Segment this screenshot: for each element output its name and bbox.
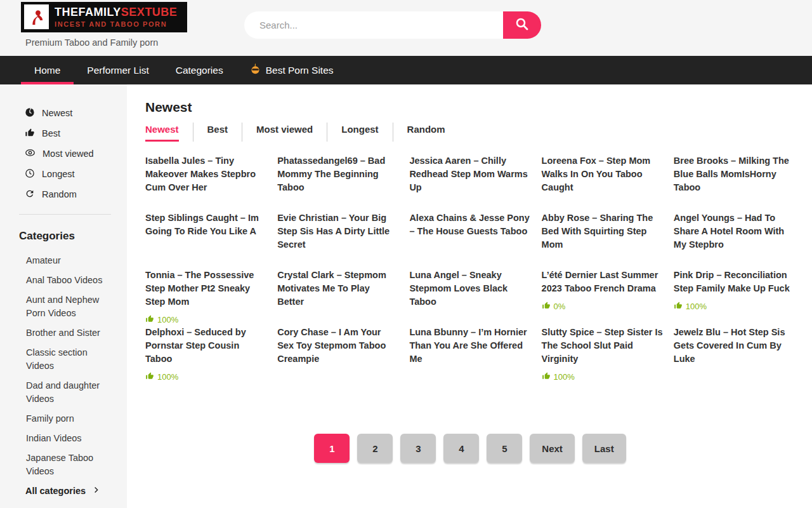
video-title: Tonnia – The Possessive Step Mother Pt2 …	[145, 269, 266, 309]
video-grid: Isabella Jules – Tiny Makeover Makes Ste…	[145, 154, 795, 383]
video-title: Isabella Jules – Tiny Makeover Makes Ste…	[145, 154, 266, 194]
video-card[interactable]: Alexa Chains & Jesse Pony – The House Gu…	[409, 211, 530, 269]
sidebar-item-label: Random	[42, 189, 77, 199]
sidebar-item-most-viewed[interactable]: Most viewed	[0, 148, 127, 159]
category-link-amateur[interactable]: Amateur	[0, 254, 111, 267]
video-title: Step Siblings Caught – Im Going To Ride …	[145, 211, 266, 238]
video-title: Luna Angel – Sneaky Stepmom Loves Black …	[409, 269, 530, 309]
video-title: Crystal Clark – Stepmom Motivates Me To …	[277, 269, 398, 309]
category-link-aunt-nephew[interactable]: Aunt and Nephew Porn Videos	[0, 293, 111, 320]
nav-label: Categories	[176, 65, 223, 76]
nav-item-home[interactable]: Home	[21, 56, 74, 84]
nav-item-categories[interactable]: Categories	[162, 56, 237, 84]
tab-best[interactable]: Best	[193, 123, 242, 142]
video-rating: 100%	[674, 301, 795, 312]
page-button-last[interactable]: Last	[582, 434, 626, 463]
page-title: Newest	[145, 100, 795, 115]
page-button-next[interactable]: Next	[530, 434, 575, 463]
tab-label: Most viewed	[256, 124, 313, 142]
category-link-brother-sister[interactable]: Brother and Sister	[0, 326, 111, 340]
eye-icon	[25, 147, 36, 160]
video-title: L’été Dernier Last Summer 2023 Taboo Fre…	[542, 269, 663, 295]
thumbs-up-icon	[145, 314, 154, 325]
search-input[interactable]	[244, 11, 503, 39]
thumbs-up-icon	[145, 371, 154, 382]
page-button-2[interactable]: 2	[357, 434, 393, 463]
category-link-indian[interactable]: Indian Videos	[0, 432, 111, 445]
sidebar-item-newest[interactable]: Newest	[0, 107, 127, 119]
nav-item-best-porn-sites[interactable]: Best Porn Sites	[237, 56, 347, 84]
video-card[interactable]: Isabella Jules – Tiny Makeover Makes Ste…	[145, 154, 266, 211]
video-card[interactable]: Jessica Aaren – Chilly Redhead Step Mom …	[409, 154, 530, 211]
video-card[interactable]: Crystal Clark – Stepmom Motivates Me To …	[277, 269, 398, 326]
tab-longest[interactable]: Longest	[327, 123, 392, 142]
newest-icon	[25, 107, 35, 119]
video-card[interactable]: Phatassedangel69 – Bad Mommy The Beginni…	[277, 154, 398, 211]
video-card[interactable]: Luna Bbunny – I’m Hornier Than You Are S…	[409, 326, 530, 383]
video-card[interactable]: Delphoxi – Seduced by Pornstar Step Cous…	[145, 326, 266, 383]
category-link-dad-daughter[interactable]: Dad and daughter Videos	[0, 379, 111, 406]
tab-label: Newest	[145, 124, 179, 142]
video-card[interactable]: L’été Dernier Last Summer 2023 Taboo Fre…	[542, 269, 663, 326]
thumbs-up-icon	[25, 128, 35, 140]
chevron-right-icon	[92, 486, 100, 496]
video-title: Cory Chase – I Am Your Sex Toy Stepmom T…	[277, 326, 398, 366]
category-link-classic[interactable]: Classic section Videos	[0, 346, 111, 373]
page-button-4[interactable]: 4	[443, 434, 479, 463]
video-card[interactable]: Tonnia – The Possessive Step Mother Pt2 …	[145, 269, 266, 326]
video-title: Delphoxi – Seduced by Pornstar Step Cous…	[145, 326, 266, 366]
video-card[interactable]: Step Siblings Caught – Im Going To Ride …	[145, 211, 266, 269]
sidebar-item-longest[interactable]: Longest	[0, 168, 127, 180]
video-card[interactable]: Abby Rose – Sharing The Bed With Squirti…	[542, 211, 663, 269]
video-card[interactable]: Evie Christian – Your Big Step Sis Has A…	[277, 211, 398, 269]
sidebar: Newest Best Most viewed Longest Random C…	[0, 84, 127, 508]
site-logo[interactable]: THEFAMILYSEXTUBE INCEST AND TABOO PORN	[21, 2, 187, 32]
tab-label: Longest	[341, 124, 378, 142]
video-card[interactable]: Cory Chase – I Am Your Sex Toy Stepmom T…	[277, 326, 398, 383]
category-link-anal-taboo[interactable]: Anal Taboo Videos	[0, 274, 111, 287]
nav-item-performer-list[interactable]: Performer List	[74, 56, 162, 84]
clock-icon	[25, 168, 35, 180]
tab-random[interactable]: Random	[393, 123, 459, 142]
tab-most-viewed[interactable]: Most viewed	[242, 123, 327, 142]
video-card[interactable]: Angel Youngs – Had To Share A Hotel Room…	[674, 211, 795, 269]
nav-label: Performer List	[87, 65, 148, 76]
best-porn-sites-icon	[250, 64, 261, 77]
category-link-japanese-taboo[interactable]: Japanese Taboo Videos	[0, 451, 111, 478]
site-header: THEFAMILYSEXTUBE INCEST AND TABOO PORN P…	[0, 0, 812, 56]
page-button-3[interactable]: 3	[400, 434, 436, 463]
sort-tabs: Newest Best Most viewed Longest Random	[145, 123, 795, 142]
category-link-family-porn[interactable]: Family porn	[0, 412, 111, 425]
video-title: Jessica Aaren – Chilly Redhead Step Mom …	[409, 154, 530, 194]
sidebar-item-random[interactable]: Random	[0, 189, 127, 200]
video-card[interactable]: Jewelz Blu – Hot Step Sis Gets Covered I…	[674, 326, 795, 383]
thumbs-up-icon	[542, 371, 551, 382]
tab-label: Best	[207, 124, 228, 142]
all-categories-label: All categories	[25, 486, 86, 496]
video-title: Alexa Chains & Jesse Pony – The House Gu…	[409, 211, 530, 238]
main-content: Newest Newest Best Most viewed Longest R…	[127, 84, 812, 508]
search-button[interactable]	[503, 11, 541, 39]
video-card[interactable]: Luna Angel – Sneaky Stepmom Loves Black …	[409, 269, 530, 326]
page-button-5[interactable]: 5	[487, 434, 522, 463]
rating-value: 100%	[686, 302, 707, 311]
pagination: 1 2 3 4 5 Next Last	[145, 434, 795, 463]
video-card[interactable]: Pink Drip – Reconciliation Step Family M…	[674, 269, 795, 326]
tab-newest[interactable]: Newest	[145, 123, 193, 142]
logo-figure-icon	[24, 4, 49, 29]
video-rating: 100%	[145, 371, 266, 382]
video-card[interactable]: Bree Brooks – Milking The Blue Balls Mom…	[674, 154, 795, 211]
video-title: Pink Drip – Reconciliation Step Family M…	[674, 269, 795, 295]
video-card[interactable]: Slutty Spice – Step Sister Is The School…	[542, 326, 663, 383]
logo-subtitle: INCEST AND TABOO PORN	[55, 20, 177, 28]
sidebar-item-best[interactable]: Best	[0, 128, 127, 139]
logo-text-accent: SEXTUBE	[121, 6, 178, 18]
search-icon	[514, 17, 530, 34]
page-button-1[interactable]: 1	[314, 434, 350, 463]
video-title: Abby Rose – Sharing The Bed With Squirti…	[542, 211, 663, 251]
rating-value: 100%	[157, 315, 178, 324]
rating-value: 0%	[554, 302, 566, 311]
sidebar-item-label: Longest	[42, 169, 75, 179]
video-card[interactable]: Loreena Fox – Step Mom Walks In On You T…	[542, 154, 663, 211]
all-categories-link[interactable]: All categories	[0, 486, 127, 496]
